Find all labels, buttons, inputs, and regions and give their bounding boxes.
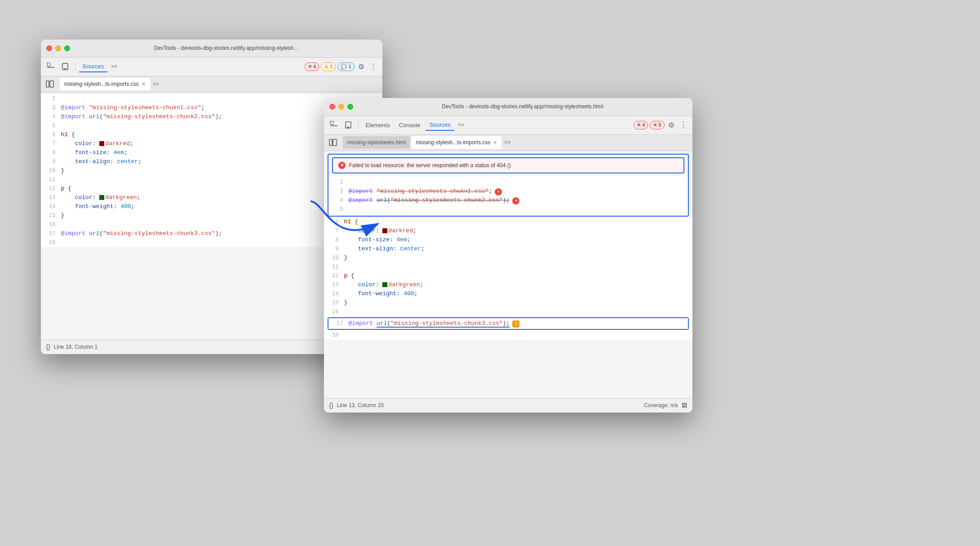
svg-rect-7 bbox=[330, 121, 333, 124]
window-title-1: DevTools - devtools-dbg-stories.netlify.… bbox=[75, 45, 377, 51]
close-button-2[interactable] bbox=[329, 104, 335, 110]
elements-tab[interactable]: Elements bbox=[362, 120, 394, 130]
cursor-position-2: Line 13, Column 20 bbox=[337, 402, 384, 408]
warning-count-1: 1 bbox=[330, 64, 333, 69]
more-tabs-1[interactable]: >> bbox=[109, 63, 119, 70]
w2-line-17: 17 @import url("missing-stylesheets-chun… bbox=[328, 318, 688, 329]
cursor-position-1: Line 18, Column 1 bbox=[54, 344, 98, 350]
sources-tab-1[interactable]: Sources bbox=[79, 61, 108, 72]
traffic-lights-2 bbox=[329, 104, 353, 110]
maximize-button[interactable] bbox=[64, 45, 70, 51]
svg-rect-0 bbox=[47, 63, 50, 66]
info-count-1: 1 bbox=[348, 64, 351, 69]
error-badge-2[interactable]: ✕ 4 bbox=[634, 121, 648, 129]
svg-rect-1 bbox=[47, 67, 54, 68]
separator bbox=[75, 62, 75, 71]
file-tab-css-1[interactable]: missing-stylesh...ts-imports.css ✕ bbox=[60, 78, 150, 90]
error-count-1: 4 bbox=[313, 64, 316, 69]
error-toast: ✕ Failed to load resource: the server re… bbox=[332, 157, 684, 173]
w2-line-14: 14 font-weight: 400; bbox=[324, 289, 692, 298]
more-file-tabs-1[interactable]: >> bbox=[151, 81, 161, 87]
error-line-4: 4 @import url("missing-stylesheets-chunk… bbox=[328, 196, 688, 205]
code-area-2: 6 h1 { 7 color: darkred; 8 font-size: 4e… bbox=[324, 218, 692, 398]
w2-line-7: 7 color: darkred; bbox=[324, 226, 692, 235]
minimize-button-2[interactable] bbox=[338, 104, 344, 110]
code-editor-2[interactable]: 6 h1 { 7 color: darkred; 8 font-size: 4e… bbox=[324, 218, 692, 340]
svg-rect-10 bbox=[347, 127, 350, 128]
titlebar-1: DevTools - devtools-dbg-stories.netlify.… bbox=[41, 40, 382, 58]
more-options-icon-1[interactable]: ⋮ bbox=[368, 61, 379, 73]
svg-rect-5 bbox=[50, 81, 53, 87]
inspector-icon[interactable] bbox=[44, 60, 57, 73]
w2-line-9: 9 text-align: center; bbox=[324, 244, 692, 253]
coverage-2: Coverage: n/a bbox=[644, 402, 678, 408]
toolbar-1: Sources >> ✕ 4 ⚠ 1 💬 1 ⚙ ⋮ bbox=[41, 58, 382, 76]
line-warning-badge-17: ! bbox=[512, 320, 519, 328]
warning-icon-1: ⚠ bbox=[324, 64, 328, 70]
file-tab-css-2[interactable]: missing-stylesh...ts-imports.css ✕ bbox=[411, 136, 501, 149]
toolbar-2: Elements Console Sources >> ✕ 4 ✕ 5 ⚙ ⋮ bbox=[324, 116, 692, 135]
sidebar-toggle-2[interactable] bbox=[328, 137, 338, 148]
titlebar-2: DevTools - devtools-dbg-stories.netlify.… bbox=[324, 98, 692, 116]
svg-rect-3 bbox=[64, 68, 67, 69]
info-badge-1[interactable]: 💬 1 bbox=[337, 62, 354, 71]
error-badge-1[interactable]: ✕ 4 bbox=[305, 62, 319, 71]
traffic-lights-1 bbox=[46, 45, 70, 51]
console-tab[interactable]: Console bbox=[395, 120, 424, 130]
error-line-5: 5 bbox=[328, 205, 688, 214]
line-error-badge-4: ✕ bbox=[512, 197, 519, 204]
error-line-2: 2 bbox=[328, 178, 688, 187]
error-icon-1: ✕ bbox=[308, 64, 312, 70]
more-tabs-2[interactable]: >> bbox=[456, 122, 466, 128]
file-tab-css-label: missing-stylesh...ts-imports.css bbox=[416, 139, 490, 146]
svg-rect-11 bbox=[329, 139, 332, 146]
device-icon-2[interactable] bbox=[342, 119, 355, 131]
file-tab-close-2[interactable]: ✕ bbox=[493, 140, 497, 146]
info-icon-1: 💬 bbox=[341, 64, 347, 70]
line-error-badge-3: ✕ bbox=[495, 188, 502, 195]
file-tab-html-label: missing-stylesheets.html bbox=[347, 139, 406, 146]
w2-line-13: 13 color: darkgreen; bbox=[324, 280, 692, 289]
separator-2 bbox=[358, 120, 359, 129]
minimize-button[interactable] bbox=[55, 45, 61, 51]
w2-line-6: 6 h1 { bbox=[324, 218, 692, 226]
w2-line-10: 10 } bbox=[324, 253, 692, 262]
w2-line-15: 15 } bbox=[324, 298, 692, 307]
window-title-2: DevTools - devtools-dbg-stories.netlify.… bbox=[359, 103, 687, 110]
more-file-tabs-2[interactable]: >> bbox=[502, 139, 512, 146]
file-tab-close-1[interactable]: ✕ bbox=[142, 81, 146, 87]
error-count-3: 5 bbox=[658, 122, 661, 128]
error-count-2: 4 bbox=[642, 122, 645, 128]
warning-section: 17 @import url("missing-stylesheets-chun… bbox=[328, 317, 689, 330]
error-toast-icon: ✕ bbox=[338, 162, 346, 169]
w2-line-16: 16 bbox=[324, 307, 692, 316]
braces-icon-1: {} bbox=[46, 343, 50, 351]
w2-line-11: 11 bbox=[324, 262, 692, 271]
error-toast-message: Failed to load resource: the server resp… bbox=[349, 162, 511, 169]
sources-tab-2[interactable]: Sources bbox=[426, 120, 454, 131]
screenshot-icon-2[interactable]: 🖼 bbox=[682, 402, 687, 408]
file-tab-label-1: missing-stylesh...ts-imports.css bbox=[64, 81, 139, 87]
file-tab-html[interactable]: missing-stylesheets.html bbox=[343, 136, 411, 149]
svg-rect-8 bbox=[330, 125, 337, 126]
settings-icon-2[interactable]: ⚙ bbox=[666, 119, 676, 131]
warning-badge-1[interactable]: ⚠ 1 bbox=[321, 62, 336, 71]
error-icon-3: ✕ bbox=[653, 122, 657, 128]
more-options-icon-2[interactable]: ⋮ bbox=[678, 119, 689, 131]
status-bar-2: {} Line 13, Column 20 Coverage: n/a 🖼 bbox=[324, 398, 692, 413]
error-badge-3[interactable]: ✕ 5 bbox=[650, 121, 664, 129]
svg-rect-4 bbox=[46, 81, 49, 87]
close-button[interactable] bbox=[46, 45, 52, 51]
braces-icon-2: {} bbox=[329, 402, 333, 409]
svg-rect-12 bbox=[333, 139, 337, 146]
device-icon[interactable] bbox=[59, 60, 71, 73]
maximize-button-2[interactable] bbox=[347, 104, 353, 110]
inspector-icon-2[interactable] bbox=[328, 119, 340, 131]
file-tabs-1: missing-stylesh...ts-imports.css ✕ >> bbox=[41, 76, 382, 93]
error-section: ✕ Failed to load resource: the server re… bbox=[328, 154, 689, 217]
settings-icon-1[interactable]: ⚙ bbox=[356, 61, 366, 73]
sidebar-toggle-1[interactable] bbox=[44, 79, 55, 89]
error-line-3: 3 @import "missing-stylesheets-chukn1.cs… bbox=[328, 187, 688, 196]
w2-line-12: 12 p { bbox=[324, 271, 692, 280]
devtools-window-2[interactable]: DevTools - devtools-dbg-stories.netlify.… bbox=[324, 98, 692, 413]
